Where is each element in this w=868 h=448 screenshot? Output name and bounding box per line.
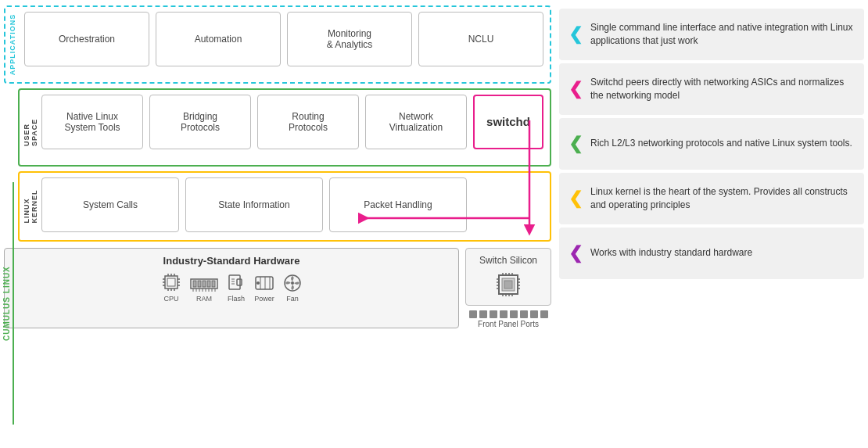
cumulus-linux-label: CUMULUS LINUX	[2, 182, 14, 425]
port-dot	[500, 310, 508, 318]
svg-rect-32	[229, 275, 240, 289]
chevron-cyan-icon: ❮	[569, 24, 583, 45]
chip-icon	[494, 271, 522, 299]
port-dot	[479, 310, 487, 318]
kernel-packet-handling: Packet Handling	[329, 177, 467, 232]
kernel-label: LINUX KERNEL	[23, 189, 38, 223]
front-panel-label: Front Panel Ports	[478, 320, 539, 328]
info-text-switchd: Switchd peers directly with networking A…	[590, 76, 855, 102]
hw-fan: Fan	[282, 273, 303, 303]
chevron-purple-icon: ❮	[569, 243, 583, 263]
info-item-switchd: ❮ Switchd peers directly with networking…	[559, 63, 864, 115]
svg-point-41	[256, 281, 260, 285]
chevron-pink-icon: ❮	[569, 79, 583, 99]
svg-rect-33	[237, 279, 242, 285]
hw-flash: Flash	[226, 273, 246, 303]
info-text-hardware: Works with industry standard hardware	[590, 246, 752, 260]
port-dot	[510, 310, 518, 318]
info-item-cli: ❮ Single command line interface and nati…	[559, 9, 864, 60]
right-panel: ❮ Single command line interface and nati…	[559, 5, 864, 443]
applications-label: APPLICATIONS	[9, 13, 16, 74]
hw-ram: RAM	[190, 274, 218, 303]
userspace-section: USER SPACE Native Linux System Tools Bri…	[18, 88, 551, 167]
userspace-row: Native Linux System Tools Bridging Proto…	[41, 95, 543, 149]
app-automation: Automation	[156, 12, 281, 66]
ram-icon	[190, 274, 218, 293]
userspace-bridging: Bridging Protocols	[149, 95, 251, 149]
svg-rect-20	[198, 281, 201, 287]
info-item-kernel: ❮ Linux kernel is the heart of the syste…	[559, 173, 864, 224]
port-dot	[540, 310, 548, 318]
left-panel: APPLICATIONS Orchestration Automation Mo…	[4, 5, 551, 443]
hw-icons-row: CPU	[14, 271, 449, 303]
front-panel-dots	[469, 310, 548, 318]
info-item-l2l3: ❮ Rich L2/L3 networking protocols and na…	[559, 118, 864, 170]
kernel-system-calls: System Calls	[41, 177, 179, 232]
hw-cpu: CPU	[160, 271, 182, 303]
kernel-state-info: State Information	[185, 177, 323, 232]
port-dot	[490, 310, 497, 318]
app-nclu: NCLU	[418, 12, 543, 66]
svg-rect-19	[193, 281, 196, 287]
apps-row: Orchestration Automation Monitoring & An…	[24, 12, 543, 66]
kernel-row: System Calls State Information Packet Ha…	[41, 177, 543, 232]
info-text-cli: Single command line interface and native…	[590, 21, 855, 48]
switch-silicon-label: Switch Silicon	[479, 255, 537, 266]
app-orchestration: Orchestration	[24, 12, 149, 66]
hw-power: Power	[254, 273, 274, 303]
hardware-row: Industry-Standard Hardware	[4, 248, 551, 328]
userspace-native-linux: Native Linux System Tools	[41, 95, 143, 149]
main-container: APPLICATIONS Orchestration Automation Mo…	[4, 5, 864, 443]
svg-rect-5	[167, 278, 175, 286]
cpu-icon	[160, 271, 182, 293]
port-dot	[469, 310, 477, 318]
svg-point-43	[291, 281, 294, 285]
userspace-routing: Routing Protocols	[257, 95, 359, 149]
hardware-section: Industry-Standard Hardware	[4, 248, 459, 328]
port-dot	[530, 310, 538, 318]
svg-rect-21	[203, 281, 206, 287]
hardware-title: Industry-Standard Hardware	[14, 255, 449, 267]
flash-icon	[226, 273, 246, 293]
userspace-label: USER SPACE	[23, 109, 38, 146]
front-panel-area: Front Panel Ports	[469, 310, 548, 328]
app-monitoring: Monitoring & Analytics	[287, 12, 412, 66]
svg-rect-4	[165, 276, 178, 289]
userspace-network-virt: Network Virtualization	[365, 95, 467, 149]
switch-silicon-box: Switch Silicon	[465, 248, 551, 306]
chevron-green-icon: ❮	[569, 134, 583, 154]
applications-section: APPLICATIONS Orchestration Automation Mo…	[4, 5, 551, 84]
svg-rect-46	[504, 281, 512, 289]
kernel-section: LINUX KERNEL System Calls State Informat…	[18, 171, 551, 242]
switch-silicon-area: Switch Silicon	[465, 248, 551, 328]
arrow-switchd-kernel	[520, 116, 539, 242]
chevron-yellow-icon: ❮	[569, 188, 583, 209]
info-text-l2l3: Rich L2/L3 networking protocols and nati…	[590, 137, 852, 150]
info-item-hardware: ❮ Works with industry standard hardware	[559, 228, 864, 279]
power-icon	[254, 273, 274, 293]
fan-icon	[282, 273, 303, 293]
port-dot	[520, 310, 528, 318]
svg-rect-23	[212, 281, 215, 287]
info-text-kernel: Linux kernel is the heart of the system.…	[590, 185, 855, 212]
svg-rect-22	[207, 281, 210, 287]
